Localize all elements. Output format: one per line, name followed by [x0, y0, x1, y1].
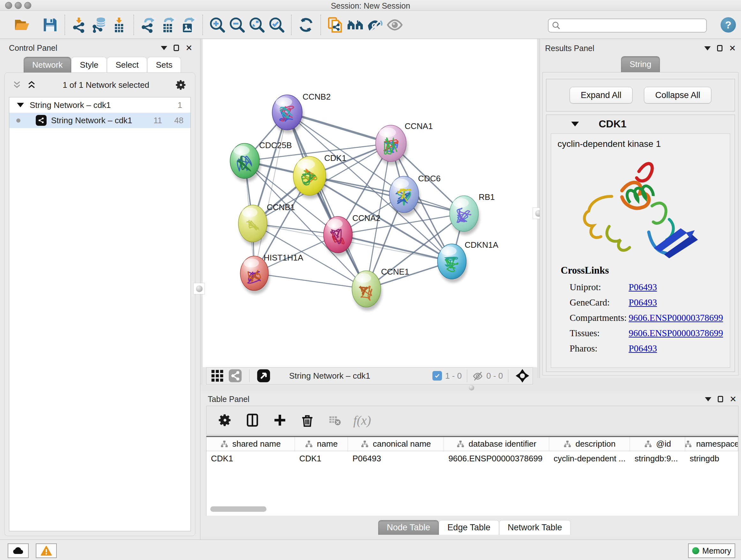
edge-ccnb2-ccne1[interactable]: [287, 112, 366, 289]
import-network-from-file-button[interactable]: [70, 15, 89, 35]
table-cell[interactable]: stringdb: [685, 451, 738, 466]
view-list-button[interactable]: [226, 367, 244, 385]
panel-close-icon[interactable]: ✕: [185, 45, 192, 51]
table-row[interactable]: CDK1CDK1P064939606.ENSP00000378699cyclin…: [206, 451, 738, 466]
gear-icon[interactable]: [175, 79, 187, 91]
edge-ccna2-cdkn1a[interactable]: [338, 235, 452, 261]
column-header[interactable]: database identifier: [444, 437, 549, 451]
panel-menu-icon[interactable]: [705, 397, 711, 401]
panel-close-icon[interactable]: ✕: [730, 396, 737, 402]
pan-mode-button[interactable]: [514, 367, 531, 385]
edge-hist1h1a-ccne1[interactable]: [254, 273, 366, 289]
crosslink-value[interactable]: 9606.ENSP00000378699: [629, 313, 723, 323]
table-cell[interactable]: 9606.ENSP00000378699: [444, 451, 549, 466]
column-header[interactable]: description: [549, 437, 630, 451]
memory-button[interactable]: Memory: [688, 543, 735, 558]
panel-menu-icon[interactable]: [704, 46, 711, 51]
warnings-button[interactable]: [36, 543, 57, 558]
zoom-in-button[interactable]: [207, 15, 227, 35]
table-cell[interactable]: stringdb:9...: [630, 451, 685, 466]
network-row-selected[interactable]: String Network – cdk1 11 48: [9, 113, 191, 128]
birdseye-view-button[interactable]: [255, 367, 273, 385]
tab-string[interactable]: String: [621, 56, 660, 72]
collapse-all-button[interactable]: Collapse All: [644, 87, 711, 104]
crosslink-value[interactable]: 9606.ENSP00000378699: [629, 328, 723, 338]
table-cell[interactable]: CDK1: [295, 451, 348, 466]
cloud-status-button[interactable]: [8, 543, 29, 558]
import-network-from-database-button[interactable]: [89, 15, 109, 35]
network-collection-row[interactable]: String Network – cdk1 1: [9, 98, 191, 113]
tab-edge-table[interactable]: Edge Table: [439, 520, 499, 535]
crosslink-value[interactable]: P06493: [629, 282, 657, 293]
node-count: 11: [153, 116, 162, 125]
expand-all-button[interactable]: Expand All: [569, 87, 633, 104]
panel-menu-icon[interactable]: [161, 46, 167, 50]
import-table-from-file-button[interactable]: [109, 15, 129, 35]
save-session-button[interactable]: [40, 15, 60, 35]
view-grid-button[interactable]: [208, 367, 226, 385]
tab-select[interactable]: Select: [107, 57, 147, 73]
crosslink-value[interactable]: P06493: [629, 297, 657, 308]
string-home-button[interactable]: [345, 15, 365, 35]
column-header[interactable]: namespace: [685, 437, 738, 451]
zoom-out-button[interactable]: [227, 15, 247, 35]
zoom-fit-button[interactable]: [247, 15, 267, 35]
panel-close-icon[interactable]: ✕: [729, 45, 736, 51]
tab-node-table[interactable]: Node Table: [378, 520, 439, 535]
zoom-selected-icon: [268, 17, 285, 33]
new-network-from-selection-button[interactable]: [326, 15, 345, 35]
tab-style[interactable]: Style: [71, 57, 107, 73]
panel-float-icon[interactable]: [174, 45, 179, 51]
left-splitter-handle[interactable]: [193, 283, 205, 294]
crosslink-value[interactable]: P06493: [629, 343, 657, 354]
column-header[interactable]: @id: [630, 437, 685, 451]
table-cell[interactable]: cyclin-dependent ...: [549, 451, 630, 466]
edge-cdk1-rb1[interactable]: [310, 176, 464, 213]
save-icon: [42, 17, 58, 33]
expand-all-icon[interactable]: [26, 80, 37, 90]
horizontal-splitter-handle[interactable]: [469, 385, 474, 390]
search-input[interactable]: [548, 18, 707, 33]
export-table-button[interactable]: [158, 15, 178, 35]
export-network-button[interactable]: [138, 15, 158, 35]
show-all-button[interactable]: [385, 15, 405, 35]
show-columns-button[interactable]: [244, 411, 261, 429]
delete-column-button[interactable]: [298, 411, 316, 429]
horizontal-scrollbar[interactable]: [210, 506, 266, 512]
node-label-rb1: RB1: [479, 192, 495, 202]
memory-label: Memory: [702, 546, 731, 556]
tab-network[interactable]: Network: [23, 57, 71, 73]
table-cell[interactable]: P06493: [348, 451, 444, 466]
panel-float-icon[interactable]: [718, 396, 723, 402]
help-button[interactable]: ?: [721, 17, 736, 33]
left-splitter[interactable]: [200, 39, 203, 385]
section-collapse-icon[interactable]: [571, 122, 579, 126]
export-image-button[interactable]: [178, 15, 198, 35]
hide-selection-button[interactable]: [365, 15, 385, 35]
hidden-eye-icon[interactable]: [472, 370, 483, 381]
apply-layout-button[interactable]: [296, 15, 316, 35]
network-canvas[interactable]: CCNB2CCNA1CDC25BCDK1CDC6RB1CCNB1CCNA2CDK…: [203, 39, 540, 367]
tab-network-table[interactable]: Network Table: [499, 520, 571, 535]
column-header[interactable]: canonical name: [348, 437, 444, 451]
crosslinks-list: Uniprot:P06493GeneCard:P06493Compartment…: [561, 279, 730, 356]
node-label-hist1h1a: HIST1H1A: [264, 253, 304, 262]
toolbar-separator: [64, 15, 65, 35]
trash-icon: [300, 413, 314, 427]
tab-sets[interactable]: Sets: [147, 57, 181, 73]
column-header[interactable]: shared name: [206, 437, 295, 451]
column-header[interactable]: name: [295, 437, 348, 451]
create-column-button[interactable]: [271, 411, 289, 429]
zoom-selected-button[interactable]: [267, 15, 286, 35]
edge-ccnb2-hist1h1a[interactable]: [254, 112, 287, 273]
gene-section-header[interactable]: CDK1: [546, 115, 735, 133]
collapse-all-icon[interactable]: [12, 80, 22, 90]
tree-expand-icon[interactable]: [17, 103, 24, 107]
zoom-in-icon: [209, 17, 226, 33]
panel-float-icon[interactable]: [717, 45, 723, 51]
table-cell[interactable]: CDK1: [206, 451, 295, 466]
selected-nodes-checkbox-icon[interactable]: [432, 371, 442, 381]
open-session-button[interactable]: [12, 15, 32, 35]
table-settings-button[interactable]: [216, 411, 234, 429]
horizontal-splitter[interactable]: [201, 385, 741, 391]
